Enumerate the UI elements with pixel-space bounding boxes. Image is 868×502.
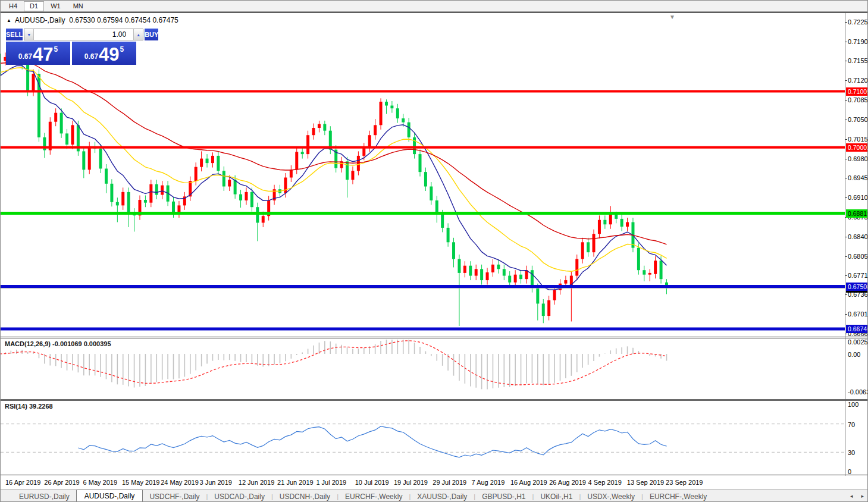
y-axis-tick-label: 0.68050 [848, 253, 868, 260]
candle-body [430, 187, 433, 200]
rsi-axis[interactable]: 10070300 [845, 401, 868, 475]
y-axis-tick-mark [845, 80, 847, 81]
candle-body [105, 168, 108, 183]
macd-indicator-panel[interactable]: MACD(12,26,9) -0.001069 0.000395 [1, 338, 868, 399]
volume-increase-icon[interactable]: ▲ [133, 29, 143, 40]
candle-body [368, 135, 371, 148]
candle-body [581, 242, 584, 259]
candle-body [497, 265, 500, 269]
timeframe-button-D1[interactable]: D1 [24, 1, 44, 11]
macd-indicator-label: MACD(12,26,9) -0.001069 0.000395 [5, 340, 111, 347]
tab-usdx-weekly[interactable]: USDX-,Weekly [581, 491, 641, 502]
y-axis-tick-mark [845, 100, 847, 101]
level-axis-label-0.71005: 0.71005 [846, 87, 868, 96]
x-axis-date-label: 26 Aug 2019 [549, 479, 586, 486]
x-axis-date-label: 7 Aug 2019 [472, 479, 505, 486]
candle-body [200, 159, 203, 167]
trading-platform-window: H4D1W1MN ▲AUDUSD-,Daily 0.67530 0.67594 … [0, 0, 868, 502]
candle-body [195, 167, 198, 181]
y-axis-tick-label: 0.68400 [848, 233, 868, 240]
y-axis-tick-mark [845, 334, 847, 334]
tab-usdcad-daily[interactable]: USDCAD-,Daily [208, 491, 271, 502]
x-axis-date-label: 4 Sep 2019 [588, 479, 622, 486]
candle-body [503, 269, 506, 275]
candle-body [536, 288, 539, 303]
y-axis-tick-label: 0.71550 [848, 57, 868, 64]
tab-xauusd-daily[interactable]: XAUUSD-,Daily [411, 491, 474, 502]
buy-button[interactable]: BUY [145, 29, 158, 40]
buy-price-prefix: 0.67 [84, 52, 98, 61]
timeframe-button-W1[interactable]: W1 [45, 1, 67, 11]
candle-body [447, 228, 450, 242]
tab-ukoil-h1[interactable]: UKOil-,H1 [534, 491, 579, 502]
rsi-indicator-panel[interactable]: RSI(14) 39.2268 [1, 401, 868, 475]
volume-decrease-icon[interactable]: ▼ [24, 29, 34, 40]
tab-eurchf-weekly[interactable]: EURCHF-,Weekly [643, 491, 713, 502]
y-axis-tick-label: 0.71900 [848, 38, 868, 45]
buy-price-button[interactable]: 0.67 49 5 [72, 42, 136, 65]
candle-body [660, 261, 663, 279]
y-axis-tick-mark [845, 159, 847, 159]
tab-audusd-daily[interactable]: AUDUSD-,Daily [76, 490, 143, 502]
x-axis-date-label: 1 Jul 2019 [316, 479, 346, 486]
candle-body [609, 214, 612, 224]
sell-button[interactable]: SELL [6, 29, 23, 40]
x-axis-date-label: 23 Sep 2019 [666, 479, 703, 486]
candle-body [211, 156, 214, 163]
price-chart-panel[interactable]: ▲AUDUSD-,Daily 0.67530 0.67594 0.67454 0… [1, 13, 868, 337]
x-axis-date-label: 24 May 2019 [161, 479, 199, 486]
y-axis-tick-mark [845, 61, 847, 61]
macd-canvas[interactable] [1, 338, 845, 399]
sell-price-prefix: 0.67 [18, 52, 32, 61]
y-axis-tick-label: 0.72250 [848, 18, 868, 26]
candle-body [508, 276, 511, 283]
candle-body [301, 152, 304, 154]
candle-body [637, 248, 640, 271]
candle-body [172, 202, 175, 214]
chart-symbol-label: AUDUSD-,Daily [15, 16, 65, 24]
tab-scroll-left-icon[interactable]: ◂ [850, 493, 853, 499]
candle-body [413, 137, 416, 154]
x-axis-date-label: 10 Jul 2019 [355, 479, 389, 486]
chart-tab-bar: EURUSD-,DailyAUDUSD-,DailyUSDCHF-,Daily|… [1, 490, 868, 502]
tab-eurusd-daily[interactable]: EURUSD-,Daily [12, 491, 76, 502]
mouse-cursor-icon: ▼ [669, 14, 675, 20]
candle-body [82, 151, 85, 170]
macd-axis[interactable]: 0.0025740.00-0.006326 [845, 338, 868, 399]
y-axis-tick-label: 0.70150 [848, 136, 868, 143]
x-axis-date-label: 29 Jul 2019 [433, 479, 466, 486]
candle-body [49, 122, 52, 150]
candle-body [323, 124, 326, 130]
candles-group [1, 43, 668, 326]
tab-eurchf-weekly[interactable]: EURCHF-,Weekly [339, 491, 409, 502]
tab-usdcnh-daily[interactable]: USDCNH-,Daily [273, 491, 337, 502]
candle-body [486, 272, 489, 280]
y-axis-tick-label: 0.70500 [848, 116, 868, 123]
y-axis-tick-mark [845, 256, 847, 257]
rsi-canvas[interactable] [1, 401, 845, 475]
candle-body [598, 220, 601, 234]
y-axis-tick-label: 0.67010 [848, 310, 868, 318]
candle-body [390, 106, 393, 109]
tab-scroll-right-icon[interactable]: ▸ [861, 493, 864, 499]
candle-body [380, 102, 383, 125]
macd-axis-tick-label: 0.002574 [848, 338, 868, 346]
timeframe-button-MN[interactable]: MN [67, 1, 89, 11]
candle-body [396, 108, 399, 118]
volume-control: ▼ ▲ [24, 29, 143, 40]
volume-input[interactable] [34, 29, 133, 40]
one-click-collapse-icon[interactable]: ▲ [7, 18, 11, 23]
time-axis[interactable]: 16 Apr 201926 Apr 20196 May 201915 May 2… [1, 476, 868, 490]
candle-body [564, 280, 567, 284]
tab-usdchf-daily[interactable]: USDCHF-,Daily [143, 491, 206, 502]
candle-body [110, 184, 113, 202]
y-axis-tick-mark [845, 197, 847, 198]
x-axis-date-label: 6 May 2019 [83, 479, 117, 486]
candle-body [155, 184, 158, 195]
tab-gbpusd-h1[interactable]: GBPUSD-,H1 [475, 491, 532, 502]
timeframe-button-H4[interactable]: H4 [3, 1, 23, 11]
candle-body [457, 259, 460, 272]
candle-body [547, 300, 550, 316]
price-axis[interactable]: 0.722500.719000.715500.712000.708500.705… [845, 13, 868, 337]
sell-price-button[interactable]: 0.67 47 5 [6, 42, 70, 65]
